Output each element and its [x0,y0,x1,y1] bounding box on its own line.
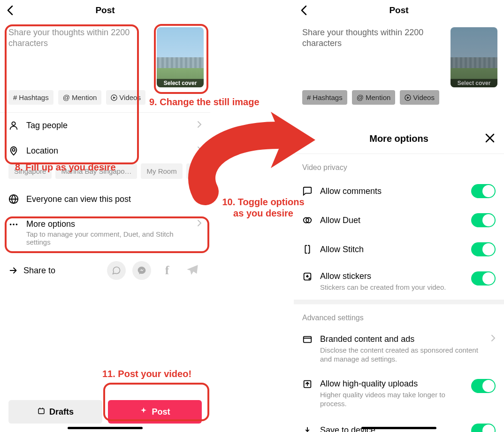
allow-stitch-toggle[interactable] [471,242,496,256]
left-phone: Post Share your thoughts within 2200 cha… [0,0,210,432]
more-options-label: More options [26,219,190,229]
page-title: Post [389,5,408,15]
caption-input: Share your thoughts within 2200 characte… [302,27,441,48]
bottom-actions: Drafts Post [8,400,202,424]
svg-marker-10 [407,96,410,99]
hq-uploads-row: Allow high-quality uploads Higher qualit… [294,371,504,416]
sheet-divider [294,300,504,304]
drafts-button[interactable]: Drafts [8,400,102,424]
svg-point-5 [10,224,12,225]
chevron-right-icon [197,121,202,130]
hashtags-chip[interactable]: # Hashtags [8,90,53,105]
post-label: Post [152,407,170,417]
svg-marker-1 [114,96,116,99]
location-chip[interactable]: My Room [141,163,182,179]
comment-icon [302,186,313,196]
page-title: Post [95,5,115,15]
svg-point-3 [12,148,15,151]
location-row[interactable]: Location [0,138,210,163]
allow-stitch-row: Allow Stitch [294,235,504,264]
home-indicator [361,427,436,429]
upload-icon [302,379,313,389]
allow-stickers-toggle[interactable] [471,271,496,285]
caption-area: Share your thoughts within 2200 characte… [0,21,210,90]
chevron-right-icon [197,194,202,204]
video-privacy-section: Video privacy [294,154,504,177]
hashtags-chip: # Hashtags [302,90,347,105]
at-icon: @ [63,93,70,101]
select-cover-label: Select cover [451,79,497,87]
hash-icon: # [13,93,17,101]
back-icon[interactable] [7,5,13,15]
chevron-right-icon [197,146,202,155]
play-circle-icon [111,94,117,101]
select-cover-label: Select cover [157,79,204,87]
caption-area: Share your thoughts within 2200 characte… [294,21,504,90]
allow-comments-row: Allow comments [294,177,504,206]
svg-point-7 [16,224,18,225]
play-circle-icon [405,94,411,101]
annotation-8: 8. Fill up as you desire [15,162,116,173]
videos-chip[interactable]: Videos [106,90,145,105]
header: Post [0,0,210,21]
svg-point-9 [405,94,411,100]
branded-content-row[interactable]: Branded content and ads Disclose the con… [294,327,504,371]
ad-icon [302,334,313,345]
share-to-row: Share to f [0,254,210,287]
home-indicator [68,427,143,429]
drafts-label: Drafts [49,407,74,417]
at-icon: @ [357,93,364,101]
annotation-10a: 10. Toggle options [219,196,308,208]
location-label: Location [26,146,190,156]
post-button[interactable]: Post [108,400,202,424]
more-icon [8,219,19,230]
privacy-row[interactable]: Everyone can view this post [0,186,210,212]
share-icon [8,265,19,276]
sheet-header: More options [294,124,504,154]
close-icon[interactable] [484,132,496,144]
location-icon [8,146,19,156]
location-chip[interactable]: Tuas View [186,163,210,179]
tag-people-row[interactable]: Tag people [0,112,210,138]
person-icon [8,120,19,131]
svg-rect-17 [304,336,312,342]
right-phone: Post Share your thoughts within 2200 cha… [294,0,504,432]
sticker-icon: + [302,271,313,282]
save-to-device-row: Save to device [294,416,504,432]
mention-chip: @ Mention [352,90,396,105]
sparkle-icon [139,407,148,417]
advanced-settings-section: Advanced settings [294,304,504,327]
svg-text:+: + [306,274,308,278]
svg-point-6 [13,224,15,225]
privacy-label: Everyone can view this post [26,194,190,204]
header: Post [294,0,504,21]
hq-uploads-toggle[interactable] [471,379,496,393]
annotation-10b: as you desire [219,208,308,219]
messenger-icon[interactable] [132,261,151,280]
cover-thumbnail: Select cover [451,27,497,87]
facebook-icon[interactable]: f [158,261,176,280]
stitch-icon [302,244,313,255]
sheet-title: More options [369,133,428,144]
more-options-row[interactable]: More options Tap to manage your comment,… [0,212,210,254]
download-icon [302,425,313,432]
svg-point-2 [12,122,15,125]
allow-duet-toggle[interactable] [471,213,496,227]
save-to-device-toggle[interactable] [471,424,496,432]
videos-chip: Videos [400,90,439,105]
allow-duet-row: Allow Duet [294,206,504,235]
tag-people-label: Tag people [26,121,190,131]
chevron-right-icon [491,334,496,344]
globe-icon [8,194,19,204]
cover-thumbnail[interactable]: Select cover [157,27,204,87]
chevron-right-icon [197,219,202,229]
share-icons: f [107,261,202,280]
caption-input[interactable]: Share your thoughts within 2200 characte… [8,27,147,48]
mention-chip[interactable]: @ Mention [58,90,102,105]
back-icon [300,5,307,15]
share-to-label: Share to [23,266,102,276]
caption-chip-row: # Hashtags @ Mention Videos [294,90,504,112]
allow-comments-toggle[interactable] [471,184,496,198]
telegram-icon[interactable] [183,261,202,280]
whatsapp-icon[interactable] [107,261,126,280]
